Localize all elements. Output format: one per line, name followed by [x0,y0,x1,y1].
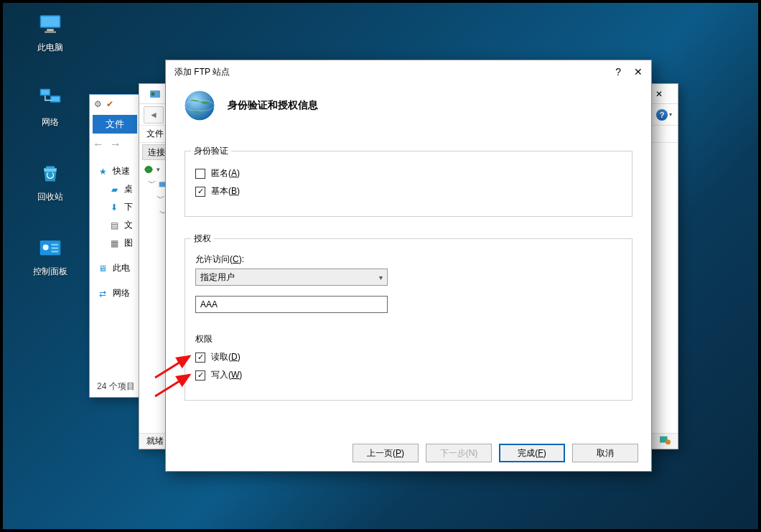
back-button[interactable]: ◄ [144,106,164,123]
desktop-icon-recycle-bin[interactable]: 回收站 [22,159,79,203]
sidebar-item-label: 文 [124,219,133,231]
download-arrow-icon: ⬇ [108,202,120,213]
checkbox-checked-icon [195,353,205,363]
svg-point-15 [151,92,155,95]
svg-point-16 [145,166,153,174]
dialog-header: 身份验证和授权信息 [166,83,651,136]
basic-checkbox-row[interactable]: 基本(B) [195,185,622,197]
authorization-group: 授权 允许访问(C): 指定用户 ▾ AAA 权限 读取(D) 写入(W) [185,238,632,401]
svg-point-23 [185,91,215,121]
iis-app-icon [149,88,161,100]
menu-file[interactable]: 文件 [146,128,164,140]
checkbox-label: 基本(B) [211,185,240,197]
chevron-left-icon: ◄ [149,110,158,120]
document-icon: ▤ [108,220,120,231]
dialog-footer: 上一页(P) 下一步(N) 完成(F) 取消 [166,435,651,471]
checkmark-icon[interactable]: ✔ [106,99,113,109]
anonymous-checkbox-row[interactable]: 匿名(A) [195,167,622,179]
sidebar-item-label: 下 [124,201,133,213]
svg-point-10 [43,244,49,250]
status-text: 就绪 [146,435,164,447]
caret-icon: ﹀ [157,192,164,205]
svg-rect-3 [45,32,56,33]
checkbox-label: 读取(D) [211,351,241,363]
desktop-icon-label: 此电脑 [22,42,79,54]
auth-legend: 身份验证 [191,145,231,157]
read-checkbox-row[interactable]: 读取(D) [195,351,622,363]
file-tab-label: 文件 [106,118,124,131]
input-value: AAA [200,299,218,309]
dialog-heading: 身份验证和授权信息 [228,99,318,112]
desktop-icon-label: 网络 [22,116,79,129]
cancel-button[interactable]: 取消 [572,444,638,462]
sidebar-item-label: 此电 [113,262,130,274]
add-ftp-site-dialog: 添加 FTP 站点 ? ✕ 身份验证和授权信息 身份验证 匿名(A) 基本(B) [165,60,652,472]
recycle-bin-icon [36,159,65,188]
network-small-icon: ⇄ [97,288,108,299]
nav-forward-arrow[interactable]: → [110,138,121,151]
allow-access-label: 允许访问(C): [195,253,622,266]
control-panel-icon [36,234,65,263]
next-button: 下一步(N) [426,444,492,462]
authz-legend: 授权 [191,233,214,245]
config-indicator-icon [659,435,672,447]
iis-title: I [144,88,167,100]
caret-icon: ﹀ [148,177,155,190]
checkbox-checked-icon [195,187,205,197]
user-input[interactable]: AAA [195,296,388,313]
monitor-icon [36,10,65,39]
nav-back-arrow[interactable]: ← [93,138,104,151]
desktop-icon-this-pc[interactable]: 此电脑 [22,10,79,54]
star-icon: ★ [97,166,108,177]
close-button[interactable]: ✕ [634,66,643,78]
select-value: 指定用户 [200,271,235,284]
svg-rect-1 [41,17,59,27]
globe-icon [182,88,218,123]
picture-icon: ▦ [108,238,120,249]
svg-rect-7 [52,97,60,101]
sidebar-item-label: 快速 [113,165,130,177]
checkbox-unchecked-icon [195,169,205,179]
server-icon [144,164,154,174]
dialog-body: 身份验证 匿名(A) 基本(B) 授权 允许访问(C): 指定用户 ▾ AAA … [166,136,651,401]
sidebar-item-label: 桌 [124,183,133,195]
desktop-icon-label: 控制面板 [22,266,79,278]
sidebar-item-label: 网络 [113,287,130,299]
sidebar-item-label: 图 [124,237,133,249]
checkbox-checked-icon [195,370,205,381]
gear-icon[interactable]: ⚙ [94,99,102,109]
network-icon [36,85,65,113]
desktop-icon-network[interactable]: 网络 [22,85,79,129]
allow-access-select[interactable]: 指定用户 ▾ [195,269,388,286]
svg-rect-12 [52,247,59,248]
desktop-small-icon: ▰ [108,184,120,195]
checkbox-label: 写入(W) [211,369,242,381]
help-dropdown[interactable]: ?▾ [655,107,673,123]
checkbox-label: 匿名(A) [211,167,240,179]
svg-rect-6 [41,90,49,94]
previous-button[interactable]: 上一页(P) [353,444,419,462]
svg-rect-11 [52,244,59,246]
desktop-icon-label: 回收站 [22,191,79,203]
svg-rect-2 [47,29,54,31]
help-button[interactable]: ? [615,66,621,78]
svg-rect-13 [52,251,59,252]
dialog-titlebar: 添加 FTP 站点 ? ✕ [166,60,651,83]
desktop-icon-control-panel[interactable]: 控制面板 [22,234,79,278]
dialog-title-text: 添加 FTP 站点 [174,66,230,78]
explorer-status: 24 个项目 [97,381,135,393]
permissions-label: 权限 [195,333,622,345]
authentication-group: 身份验证 匿名(A) 基本(B) [185,151,632,217]
file-tab[interactable]: 文件 [93,115,137,134]
pc-small-icon: 🖥 [97,263,108,274]
svg-rect-8 [46,167,55,169]
finish-button[interactable]: 完成(F) [499,444,565,462]
write-checkbox-row[interactable]: 写入(W) [195,369,622,381]
chevron-down-icon: ▾ [379,274,383,281]
svg-point-21 [666,439,671,444]
